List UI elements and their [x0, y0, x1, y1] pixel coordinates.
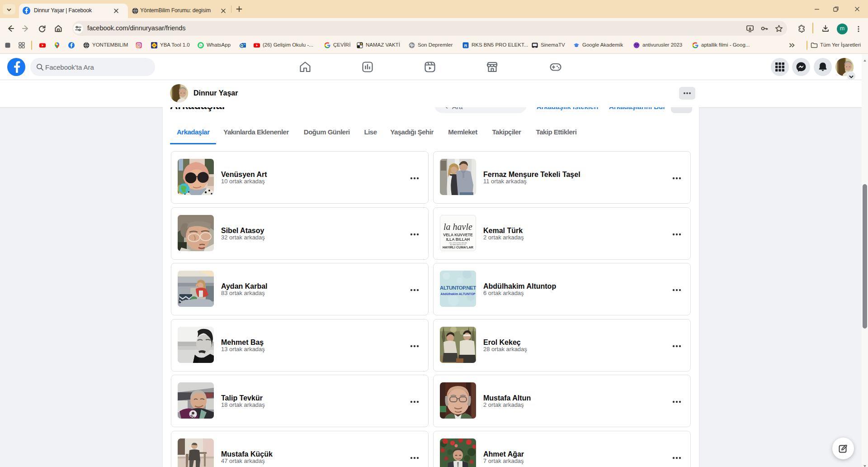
svg-text:R: R	[464, 43, 467, 48]
svg-text:ALTUNTOP.NET: ALTUNTOP.NET	[440, 285, 476, 291]
svg-text:ILLA BILLAH: ILLA BILLAH	[446, 237, 470, 242]
svg-text:HAYIRLI CUMA'LAR: HAYIRLI CUMA'LAR	[443, 245, 474, 249]
svg-text:Abdülhakim ALTUNTOP: Abdülhakim ALTUNTOP	[441, 292, 476, 295]
svg-text:VELA KUVVETE: VELA KUVVETE	[443, 233, 473, 237]
svg-text:la havle: la havle	[443, 222, 472, 232]
